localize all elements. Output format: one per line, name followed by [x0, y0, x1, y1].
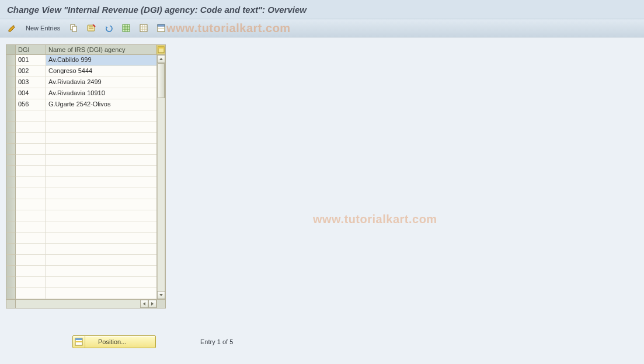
cell-agency-name[interactable]: Av.Rivadavia 10910	[46, 88, 165, 99]
cell-dgi[interactable]: 056	[16, 99, 46, 110]
cell-dgi[interactable]	[16, 122, 46, 133]
scroll-down-button[interactable]	[157, 291, 165, 299]
scroll-thumb[interactable]	[158, 63, 165, 98]
table-row	[6, 266, 165, 277]
row-selector[interactable]	[6, 288, 16, 299]
select-all-button[interactable]	[119, 22, 134, 34]
cell-dgi[interactable]	[16, 166, 46, 177]
cell-dgi[interactable]: 004	[16, 88, 46, 99]
cell-agency-name[interactable]	[46, 177, 165, 188]
row-selector-header[interactable]	[6, 45, 16, 54]
cell-dgi[interactable]: 002	[16, 66, 46, 77]
column-header-name[interactable]: Name of IRS (DGI) agency	[46, 45, 156, 54]
horizontal-scrollbar[interactable]	[6, 299, 165, 308]
table-row: 004Av.Rivadavia 10910	[6, 88, 165, 99]
cell-dgi[interactable]	[16, 177, 46, 188]
cell-dgi[interactable]	[16, 133, 46, 144]
cell-dgi[interactable]: 001	[16, 55, 46, 66]
row-selector[interactable]	[6, 177, 16, 188]
cell-agency-name[interactable]	[46, 188, 165, 199]
row-selector[interactable]	[6, 55, 16, 66]
cell-agency-name[interactable]	[46, 266, 165, 277]
cell-agency-name[interactable]	[46, 255, 165, 266]
scroll-track[interactable]	[157, 63, 165, 291]
cell-agency-name[interactable]: G.Ugarte 2542-Olivos	[46, 99, 165, 110]
row-selector[interactable]	[6, 277, 16, 288]
row-selector[interactable]	[6, 110, 16, 122]
deselect-all-button[interactable]	[136, 22, 151, 34]
row-selector[interactable]	[6, 244, 16, 255]
cell-agency-name[interactable]	[46, 210, 165, 221]
cell-agency-name[interactable]	[46, 110, 165, 122]
cell-agency-name[interactable]: Av.Rivadavia 2499	[46, 77, 165, 88]
cell-agency-name[interactable]	[46, 166, 165, 177]
row-selector[interactable]	[6, 188, 16, 199]
cell-dgi[interactable]	[16, 266, 46, 277]
column-header-dgi[interactable]: DGI	[16, 45, 46, 54]
copy-as-button[interactable]	[66, 22, 81, 34]
scroll-up-button[interactable]	[157, 55, 165, 63]
row-selector[interactable]	[6, 255, 16, 266]
cell-dgi[interactable]: 003	[16, 77, 46, 88]
cell-agency-name[interactable]	[46, 288, 165, 299]
scroll-left-button[interactable]	[140, 300, 148, 308]
cell-agency-name[interactable]	[46, 199, 165, 210]
cell-dgi[interactable]	[16, 155, 46, 166]
vertical-scrollbar[interactable]	[156, 55, 165, 299]
cell-dgi[interactable]	[16, 199, 46, 210]
position-button-label: Position...	[85, 338, 139, 345]
table-row	[6, 277, 165, 288]
cell-dgi[interactable]	[16, 221, 46, 233]
row-selector[interactable]	[6, 144, 16, 155]
row-selector[interactable]	[6, 122, 16, 133]
cell-agency-name[interactable]	[46, 233, 165, 244]
cell-agency-name[interactable]	[46, 133, 165, 144]
cell-agency-name[interactable]: Av.Cabildo 999	[46, 55, 165, 66]
table-row	[6, 233, 165, 244]
row-selector[interactable]	[6, 199, 16, 210]
table-row	[6, 188, 165, 199]
cell-agency-name[interactable]	[46, 244, 165, 255]
cell-agency-name[interactable]	[46, 221, 165, 233]
table-configure-button[interactable]	[156, 45, 165, 54]
table-row	[6, 122, 165, 133]
page-title: Change View "Internal Revenue (DGI) agen…	[7, 5, 307, 15]
cell-dgi[interactable]	[16, 233, 46, 244]
cell-dgi[interactable]	[16, 244, 46, 255]
position-button[interactable]: Position...	[72, 335, 156, 348]
cell-agency-name[interactable]: Congreso 5444	[46, 66, 165, 77]
delete-button[interactable]	[83, 22, 99, 34]
cell-agency-name[interactable]	[46, 155, 165, 166]
table-row	[6, 110, 165, 122]
table-settings-button[interactable]	[154, 22, 169, 34]
cell-dgi[interactable]	[16, 144, 46, 155]
undo-button[interactable]	[101, 22, 116, 34]
row-selector[interactable]	[6, 155, 16, 166]
new-entries-button[interactable]: New Entries	[22, 22, 64, 34]
toggle-display-change-button[interactable]	[5, 22, 20, 34]
svg-rect-8	[158, 47, 164, 48]
table-row: 002Congreso 5444	[6, 66, 165, 77]
row-selector[interactable]	[6, 210, 16, 221]
cell-dgi[interactable]	[16, 255, 46, 266]
cell-dgi[interactable]	[16, 288, 46, 299]
cell-dgi[interactable]	[16, 210, 46, 221]
row-selector[interactable]	[6, 88, 16, 99]
row-selector[interactable]	[6, 99, 16, 110]
row-selector[interactable]	[6, 221, 16, 233]
cell-dgi[interactable]	[16, 188, 46, 199]
row-selector[interactable]	[6, 77, 16, 88]
cell-agency-name[interactable]	[46, 122, 165, 133]
table-row: 001Av.Cabildo 999	[6, 55, 165, 66]
row-selector[interactable]	[6, 133, 16, 144]
cell-agency-name[interactable]	[46, 277, 165, 288]
table-row	[6, 255, 165, 266]
cell-dgi[interactable]	[16, 110, 46, 122]
row-selector[interactable]	[6, 66, 16, 77]
cell-dgi[interactable]	[16, 277, 46, 288]
cell-agency-name[interactable]	[46, 144, 165, 155]
row-selector[interactable]	[6, 233, 16, 244]
row-selector[interactable]	[6, 166, 16, 177]
scroll-right-button[interactable]	[148, 300, 156, 308]
row-selector[interactable]	[6, 266, 16, 277]
